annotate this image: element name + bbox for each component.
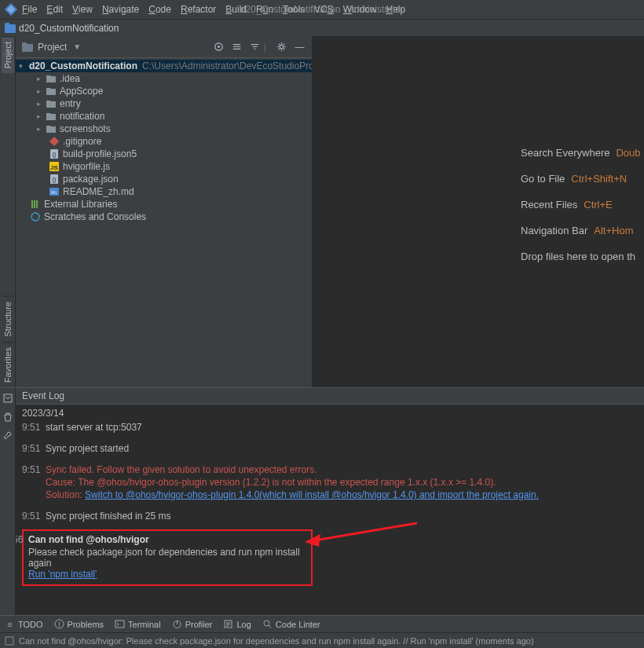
tree-file[interactable]: JShvigorfile.js bbox=[16, 160, 312, 173]
expand-arrow-icon[interactable]: ▸ bbox=[35, 100, 42, 108]
json-file-icon: {} bbox=[49, 174, 60, 185]
menu-view[interactable]: View bbox=[72, 4, 93, 15]
hide-panel-icon[interactable]: — bbox=[294, 41, 306, 53]
svg-rect-1 bbox=[5, 23, 9, 25]
tree-file[interactable]: .gitignore bbox=[16, 135, 312, 148]
tab-todo[interactable]: ≡TODO bbox=[5, 619, 43, 629]
terminal-icon bbox=[115, 619, 125, 629]
expand-all-icon[interactable] bbox=[231, 41, 243, 53]
menu-code[interactable]: Code bbox=[148, 4, 171, 15]
gutter-tab-favorites[interactable]: Favorites bbox=[2, 342, 14, 387]
project-view-dropdown-icon[interactable]: ▼ bbox=[73, 42, 81, 51]
tree-folder[interactable]: ▸screenshots bbox=[16, 123, 312, 135]
tree-folder[interactable]: ▸AppScope bbox=[16, 85, 312, 97]
svg-text:{}: {} bbox=[53, 152, 57, 158]
tab-log[interactable]: Log bbox=[223, 619, 251, 629]
tree-folder[interactable]: ▸.idea bbox=[16, 72, 312, 85]
folder-icon bbox=[46, 98, 57, 109]
gutter-tab-project[interactable]: Project bbox=[2, 36, 14, 73]
gear-icon[interactable] bbox=[276, 41, 287, 53]
log-entry: start server at tcp:5037 bbox=[46, 422, 638, 433]
status-text: Can not find @ohos/hvigor: Please check … bbox=[19, 636, 534, 646]
folder-icon bbox=[46, 73, 57, 84]
locate-icon[interactable] bbox=[213, 41, 225, 53]
welcome-recent-shortcut: Ctrl+E bbox=[584, 199, 612, 211]
expand-arrow-icon[interactable]: ▸ bbox=[35, 75, 42, 82]
main-split: Project Structure Favorites Project ▼ | … bbox=[0, 36, 644, 387]
project-tool-window: Project ▼ | — ▾ d20_CustomNotification C… bbox=[16, 36, 313, 387]
tree-folder[interactable]: ▸entry bbox=[16, 97, 312, 110]
log-entry-highlight: Can not find @ohos/hvigor Please check p… bbox=[28, 534, 306, 580]
event-log-panel: Event Log 2023/3/14 9:51start server at … bbox=[0, 387, 644, 615]
svg-line-30 bbox=[269, 625, 271, 628]
menu-navigate[interactable]: Navigate bbox=[102, 4, 139, 15]
tab-profiler[interactable]: Profiler bbox=[172, 619, 213, 629]
menu-file[interactable]: File bbox=[22, 4, 37, 15]
tab-terminal[interactable]: Terminal bbox=[115, 619, 161, 629]
gutter-tab-structure[interactable]: Structure bbox=[2, 296, 14, 342]
svg-point-6 bbox=[280, 45, 284, 49]
project-tree[interactable]: ▾ d20_CustomNotification C:\Users\Admini… bbox=[16, 58, 312, 387]
filter-icon[interactable] bbox=[2, 393, 13, 404]
svg-rect-17 bbox=[31, 200, 33, 208]
svg-rect-21 bbox=[4, 394, 12, 402]
tree-external-libs[interactable]: External Libraries bbox=[16, 198, 312, 211]
search-icon bbox=[262, 619, 273, 629]
log-entry-error: Sync failed. Follow the given solution t… bbox=[46, 464, 638, 500]
event-log-content[interactable]: 2023/3/14 9:51start server at tcp:5037 9… bbox=[16, 405, 644, 615]
menu-refactor[interactable]: Refactor bbox=[181, 4, 216, 15]
trash-icon[interactable] bbox=[2, 412, 13, 423]
svg-rect-19 bbox=[36, 200, 38, 208]
collapse-all-icon[interactable] bbox=[249, 41, 261, 53]
folder-icon bbox=[46, 123, 57, 134]
npm-install-link[interactable]: Run 'npm install' bbox=[28, 569, 97, 580]
scratch-icon bbox=[30, 211, 41, 222]
tree-scratches[interactable]: Scratches and Consoles bbox=[16, 211, 312, 223]
navigation-bar: d20_CustomNotification bbox=[0, 19, 644, 36]
tab-problems[interactable]: !Problems bbox=[54, 619, 104, 629]
expand-arrow-icon[interactable]: ▸ bbox=[35, 112, 42, 120]
welcome-nav-label: Navigation Bar bbox=[521, 225, 587, 236]
tree-file[interactable]: M↓README_zh.md bbox=[16, 185, 312, 198]
expand-arrow-icon[interactable]: ▾ bbox=[19, 62, 23, 70]
welcome-search-shortcut: Doub bbox=[616, 147, 640, 159]
solution-link[interactable]: Switch to @ohos/hvigor-ohos-plugin 1.4.0… bbox=[85, 489, 539, 500]
project-panel-title[interactable]: Project bbox=[38, 42, 67, 53]
menu-edit[interactable]: Edit bbox=[46, 4, 63, 15]
warning-icon: ! bbox=[54, 619, 64, 629]
folder-icon bbox=[46, 86, 57, 97]
svg-rect-18 bbox=[34, 200, 35, 208]
tree-root[interactable]: ▾ d20_CustomNotification C:\Users\Admini… bbox=[16, 60, 312, 72]
bottom-tool-tabs: ≡TODO !Problems Terminal Profiler Log Co… bbox=[0, 615, 644, 632]
status-hide-icon[interactable] bbox=[5, 636, 14, 646]
breadcrumb-module-icon bbox=[5, 23, 16, 34]
svg-point-29 bbox=[264, 621, 269, 626]
welcome-recent-label: Recent Files bbox=[521, 199, 577, 211]
welcome-drop-label: Drop files here to open th bbox=[521, 251, 635, 262]
wrench-icon[interactable] bbox=[2, 430, 13, 441]
log-date: 2023/3/14 bbox=[22, 408, 638, 419]
tree-folder[interactable]: ▸notification bbox=[16, 110, 312, 123]
breadcrumb[interactable]: d20_CustomNotification bbox=[19, 23, 119, 34]
welcome-goto-shortcut: Ctrl+Shift+N bbox=[571, 173, 627, 185]
tree-file[interactable]: {}package.json bbox=[16, 173, 312, 185]
svg-text:!: ! bbox=[58, 621, 60, 628]
welcome-search-label: Search Everywhere bbox=[521, 147, 609, 159]
welcome-screen: Search EverywhereDoub Go to FileCtrl+Shi… bbox=[313, 36, 644, 387]
project-view-icon bbox=[22, 42, 33, 53]
project-panel-header: Project ▼ | — bbox=[16, 36, 312, 58]
markdown-file-icon: M↓ bbox=[49, 186, 60, 197]
expand-arrow-icon[interactable]: ▸ bbox=[35, 125, 42, 133]
json-file-icon: {} bbox=[49, 148, 60, 159]
expand-arrow-icon[interactable]: ▸ bbox=[35, 87, 42, 95]
svg-rect-26 bbox=[115, 621, 124, 628]
svg-text:JS: JS bbox=[50, 164, 58, 171]
library-icon bbox=[30, 199, 41, 210]
log-icon bbox=[223, 619, 233, 629]
welcome-nav-shortcut: Alt+Hom bbox=[594, 225, 633, 236]
status-bar: Can not find @ohos/hvigor: Please check … bbox=[0, 632, 644, 648]
tab-code-linter[interactable]: Code Linter bbox=[262, 619, 320, 629]
svg-point-5 bbox=[218, 46, 220, 48]
tree-root-label: d20_CustomNotification bbox=[29, 60, 137, 71]
tree-file[interactable]: {}build-profile.json5 bbox=[16, 148, 312, 160]
